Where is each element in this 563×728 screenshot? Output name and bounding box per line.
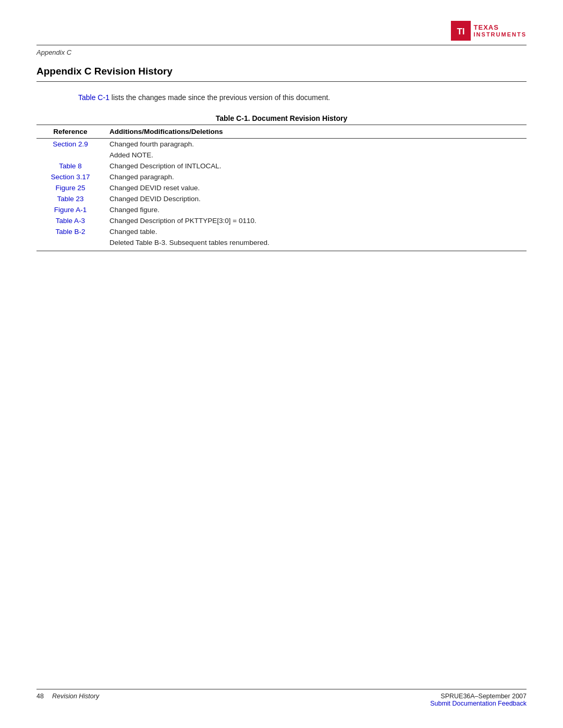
ref-cell[interactable]: Figure A-1	[36, 204, 104, 215]
ref-cell[interactable]: Section 3.17	[36, 171, 104, 182]
appendix-title: Appendix C Revision History	[36, 66, 527, 82]
ti-logo: TI TEXAS INSTRUMENTS	[451, 21, 527, 41]
footer-right: SPRUE36A–September 2007 Submit Documenta…	[430, 693, 527, 707]
intro-paragraph: Table C-1 lists the changes made since t…	[78, 93, 527, 102]
header: TI TEXAS INSTRUMENTS	[36, 21, 527, 41]
table-row: Table B-2Changed table.	[36, 226, 527, 237]
table-caption: Table C-1. Document Revision History	[36, 114, 527, 122]
ref-link[interactable]: Figure 25	[55, 184, 85, 192]
footer-section-label: Revision History	[52, 693, 99, 700]
desc-cell: Changed paragraph.	[104, 171, 527, 182]
ref-cell	[36, 237, 104, 251]
ref-cell[interactable]: Table 8	[36, 161, 104, 171]
ref-link[interactable]: Table 23	[57, 195, 83, 203]
table-row: Table 23Changed DEVID Description.	[36, 193, 527, 204]
ti-logo-line2: INSTRUMENTS	[474, 31, 527, 38]
table-row: Figure A-1Changed figure.	[36, 204, 527, 215]
table-row: Table A-3Changed Description of PKTTYPE[…	[36, 215, 527, 226]
desc-cell: Changed DEVID reset value.	[104, 182, 527, 193]
col-additions: Additions/Modifications/Deletions	[104, 125, 527, 139]
page: TI TEXAS INSTRUMENTS Appendix C Appendix…	[0, 0, 563, 728]
desc-cell: Changed DEVID Description.	[104, 193, 527, 204]
desc-cell: Deleted Table B-3. Subsequent tables ren…	[104, 237, 527, 251]
ti-logo-text: TEXAS INSTRUMENTS	[474, 24, 527, 38]
table-row: Section 2.9Changed fourth paragraph.	[36, 139, 527, 150]
top-rule	[36, 45, 527, 45]
ref-link[interactable]: Table 8	[59, 162, 82, 170]
footer-page-number: 48	[36, 693, 44, 700]
svg-text:TI: TI	[457, 27, 464, 36]
desc-cell: Changed figure.	[104, 204, 527, 215]
ti-logo-line1: TEXAS	[474, 24, 527, 31]
table-header-row: Reference Additions/Modifications/Deleti…	[36, 125, 527, 139]
col-reference: Reference	[36, 125, 104, 139]
table-row: Table 8Changed Description of INTLOCAL.	[36, 161, 527, 171]
ref-link[interactable]: Section 3.17	[51, 173, 90, 181]
ti-logo-icon: TI	[451, 21, 471, 41]
desc-cell: Changed Description of INTLOCAL.	[104, 161, 527, 171]
revision-table: Reference Additions/Modifications/Deleti…	[36, 125, 527, 251]
breadcrumb: Appendix C	[36, 48, 527, 56]
table-row: Deleted Table B-3. Subsequent tables ren…	[36, 237, 527, 251]
ref-link[interactable]: Figure A-1	[54, 206, 87, 214]
ref-cell[interactable]: Section 2.9	[36, 139, 104, 150]
desc-cell: Changed table.	[104, 226, 527, 237]
footer-doc-id: SPRUE36A–September 2007	[430, 693, 527, 700]
desc-cell: Changed Description of PKTTYPE[3:0] = 01…	[104, 215, 527, 226]
ref-link[interactable]: Section 2.9	[53, 140, 88, 148]
ref-link[interactable]: Table A-3	[56, 217, 85, 225]
submit-documentation-feedback-link[interactable]: Submit Documentation Feedback	[430, 700, 527, 707]
footer-left: 48 Revision History	[36, 693, 99, 700]
table-c1-link[interactable]: Table C-1	[78, 93, 109, 102]
ref-cell[interactable]: Table A-3	[36, 215, 104, 226]
ref-link[interactable]: Table B-2	[55, 228, 85, 236]
desc-cell: Changed fourth paragraph.	[104, 139, 527, 150]
desc-cell: Added NOTE.	[104, 150, 527, 161]
ref-cell	[36, 150, 104, 161]
ref-cell[interactable]: Table 23	[36, 193, 104, 204]
table-row: Added NOTE.	[36, 150, 527, 161]
footer: 48 Revision History SPRUE36A–September 2…	[36, 689, 527, 707]
ref-cell[interactable]: Table B-2	[36, 226, 104, 237]
ref-cell[interactable]: Figure 25	[36, 182, 104, 193]
intro-text: lists the changes made since the previou…	[109, 93, 330, 102]
table-row: Figure 25Changed DEVID reset value.	[36, 182, 527, 193]
table-row: Section 3.17Changed paragraph.	[36, 171, 527, 182]
